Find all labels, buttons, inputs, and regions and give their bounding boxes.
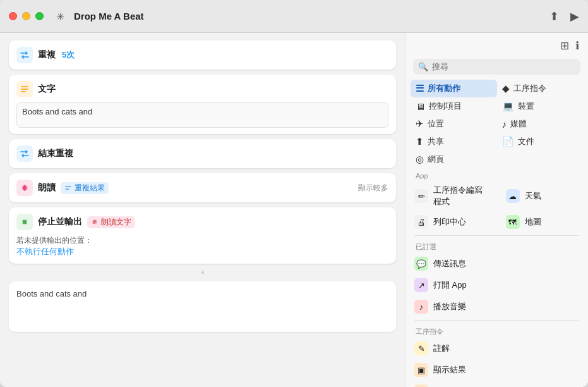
app-window: ✳ Drop Me A Beat ⬆ ▶ 重複 5次 [0, 0, 588, 387]
search-input[interactable] [432, 62, 575, 71]
subscribed-section-header: 已訂選 [405, 238, 588, 253]
speak-icon [16, 180, 33, 196]
controls-label: 控制項目 [429, 101, 462, 112]
repeat-badge[interactable]: 5次 [62, 49, 75, 61]
sidebar-top: ⊞ ℹ [405, 33, 588, 56]
divider-line-1 [414, 235, 579, 236]
category-web[interactable]: ◎ 網頁 [411, 150, 497, 168]
repeat-icon [16, 47, 33, 63]
category-location[interactable]: ✈ 位置 [411, 115, 497, 133]
shortcuts-icon: ◆ [502, 83, 510, 94]
list-item[interactable]: ♪ 播放音樂 [405, 296, 588, 317]
search-wrapper: 🔍 [413, 59, 580, 75]
media-icon: ♪ [502, 119, 507, 130]
subscribed-icon-2: ♪ [414, 300, 428, 314]
play-button[interactable]: ▶ [570, 9, 579, 23]
subscribed-label-2: 播放音樂 [433, 301, 466, 312]
shortcut-icon-2: ▣ [414, 384, 428, 387]
device-icon: 💻 [502, 101, 514, 112]
all-actions-icon: ☰ [416, 83, 424, 94]
end-repeat-icon [16, 145, 33, 162]
divider [9, 269, 396, 276]
stop-sub-text: 若未提供輸出的位置： [16, 235, 388, 246]
category-media[interactable]: ♪ 媒體 [497, 115, 584, 133]
repeat-header: 重複 5次 [16, 47, 388, 63]
list-item[interactable]: 🖨 列印中心 [405, 211, 497, 233]
speak-ref-badge: 重複結果 [61, 182, 109, 194]
shortcuts-label: 工序指令 [513, 83, 546, 94]
app-row: ✏ 工序指令編寫程式 ☁ 天氣 [405, 181, 588, 211]
subscribed-label-0: 傳送訊息 [433, 258, 466, 269]
shortcuts-section-header: 工序指令 [405, 323, 588, 338]
app-icon: ✳ [51, 8, 69, 25]
shortcut-label-1: 顯示結果 [433, 364, 466, 376]
window-title: Drop Me A Beat [74, 11, 549, 22]
stop-link[interactable]: 不執行任何動作 [16, 246, 388, 257]
category-share[interactable]: ⬆ 共享 [411, 133, 497, 150]
app-item-label-2: 列印中心 [433, 216, 466, 228]
end-repeat-title: 結束重複 [38, 148, 73, 159]
svg-rect-4 [23, 220, 27, 224]
category-documents[interactable]: 📄 文件 [497, 133, 584, 150]
category-grid: ☰ 所有動作 ◆ 工序指令 🖥 控制項目 💻 裝置 ✈ 位置 [405, 80, 588, 168]
titlebar-actions: ⬆ ▶ [549, 9, 579, 23]
category-device[interactable]: 💻 裝置 [497, 97, 584, 115]
text-block: 文字 Boots and cats and [9, 75, 396, 134]
text-input[interactable]: Boots and cats and [16, 102, 388, 128]
titlebar: ✳ Drop Me A Beat ⬆ ▶ [0, 0, 588, 33]
right-sidebar: ⊞ ℹ 🔍 ☰ 所有動作 ◆ 工序指令 [405, 33, 588, 387]
speak-block: 朗讀 重複結果 顯示較多 [9, 173, 396, 202]
category-shortcuts[interactable]: ◆ 工序指令 [497, 80, 584, 97]
svg-text:✳: ✳ [56, 11, 64, 22]
list-item[interactable]: ✎ 註解 [405, 338, 588, 359]
subscribed-icon-1: ↗ [414, 278, 428, 292]
shortcut-icon-0: ✎ [414, 341, 428, 355]
minimize-button[interactable] [22, 12, 30, 20]
list-item[interactable]: ▣ 顯示提示 [405, 381, 588, 387]
main-content: 重複 5次 文字 Boots and cats and [0, 33, 588, 387]
speak-title: 朗讀 [38, 182, 56, 194]
list-item[interactable]: ☁ 天氣 [497, 181, 589, 211]
location-label: 位置 [428, 118, 444, 130]
info-button[interactable]: ℹ [575, 39, 579, 52]
shortcut-label-0: 註解 [433, 343, 450, 354]
stop-title: 停止並輸出 [38, 216, 82, 228]
device-label: 裝置 [518, 101, 534, 112]
search-bar: 🔍 [405, 56, 588, 80]
media-label: 媒體 [510, 118, 527, 130]
stop-block: 停止並輸出 朗讀文字 若未提供輸出的位置： 不執行任何動作 [9, 207, 396, 264]
text-header: 文字 [16, 81, 388, 97]
category-all-actions[interactable]: ☰ 所有動作 [411, 80, 497, 97]
app-item-label-0: 工序指令編寫程式 [433, 185, 488, 207]
documents-icon: 📄 [502, 136, 514, 147]
stop-content: 若未提供輸出的位置： 不執行任何動作 [16, 235, 388, 257]
subscribed-icon-0: 💬 [414, 257, 428, 271]
speak-header: 朗讀 重複結果 顯示較多 [16, 180, 388, 196]
traffic-lights [9, 12, 44, 20]
app-item-icon-2: 🖨 [414, 215, 428, 229]
location-icon: ✈ [416, 118, 424, 130]
subscribed-label-1: 打開 App [433, 280, 467, 291]
stop-icon [16, 214, 33, 230]
maximize-button[interactable] [35, 12, 44, 20]
shortcut-icon-1: ▣ [414, 363, 428, 377]
web-label: 網頁 [428, 154, 444, 165]
list-item[interactable]: ✏ 工序指令編寫程式 [405, 181, 497, 211]
preview-text: Boots and cats and [16, 289, 87, 298]
list-item[interactable]: 💬 傳送訊息 [405, 253, 588, 274]
list-item[interactable]: ↗ 打開 App [405, 274, 588, 296]
add-button[interactable]: ⊞ [560, 39, 569, 52]
search-icon: 🔍 [418, 62, 428, 71]
app-item-icon-0: ✏ [414, 189, 428, 203]
list-item[interactable]: 🗺 地圖 [497, 211, 589, 233]
end-repeat-block: 結束重複 [9, 139, 396, 168]
list-item[interactable]: ▣ 顯示結果 [405, 359, 588, 381]
share-icon: ⬆ [416, 136, 424, 147]
close-button[interactable] [9, 12, 17, 20]
category-controls[interactable]: 🖥 控制項目 [411, 97, 497, 115]
show-more-label[interactable]: 顯示較多 [358, 183, 388, 194]
app-item-icon-1: ☁ [506, 189, 520, 203]
share-button[interactable]: ⬆ [549, 9, 559, 23]
share-label: 共享 [428, 136, 444, 147]
app-item-icon-3: 🗺 [506, 215, 520, 229]
